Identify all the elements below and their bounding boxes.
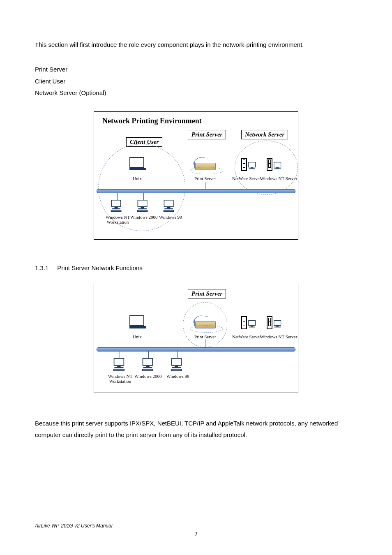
netware-tower-icon: [241, 158, 247, 171]
section-heading: 1.3.1 Print Server Network Functions: [35, 264, 357, 271]
caption-winnt-server: Windows NT Server: [260, 176, 297, 181]
print-server-device-icon: [195, 321, 219, 328]
label-network-server: Network Server: [241, 130, 288, 139]
caption-print-server-device: Print Server: [194, 334, 216, 339]
section-number: 1.3.1: [35, 264, 55, 271]
caption-winnt-server: Windows NT Server: [260, 334, 297, 339]
caption-win98: Windows 98: [159, 215, 182, 220]
connector-line: [143, 193, 144, 200]
connector-line: [117, 193, 118, 200]
caption-win98: Windows 98: [166, 374, 189, 379]
connector-line: [137, 339, 137, 347]
caption-win2000: Windows 2000: [134, 374, 161, 379]
label-print-server: Print Server: [188, 289, 226, 298]
figure-print-server-functions: Print Server Unix Print Server NetWare S…: [94, 283, 298, 393]
caption-netware: NetWare Server: [232, 176, 261, 181]
caption-unix: Unix: [133, 334, 142, 339]
client-winnt-ws-icon: [111, 200, 122, 212]
connector-line: [205, 182, 205, 189]
network-bus: [97, 189, 295, 193]
print-server-device-icon: [195, 163, 219, 170]
connector-line: [137, 182, 137, 188]
netware-monitor-icon: [248, 320, 256, 327]
section-title: Print Server Network Functions: [57, 264, 143, 271]
unix-terminal-icon: [129, 315, 143, 328]
netware-tower-icon: [241, 316, 247, 329]
client-win2000-icon: [142, 358, 154, 371]
caption-unix: Unix: [133, 176, 142, 181]
intro-text: This section will first introduce the ro…: [35, 41, 357, 48]
label-print-server: Print Server: [188, 130, 226, 139]
network-bus: [97, 347, 295, 352]
caption-winnt-ws: Windows NT Workstation: [106, 215, 130, 224]
winnt-tower-icon: [267, 316, 272, 329]
caption-netware: NetWare Server: [232, 334, 261, 339]
footer-text: AirLive WP-201G v2 User's Manual: [35, 523, 112, 529]
connector-line: [120, 352, 120, 358]
caption-winnt-ws: Windows NT Workstation: [108, 374, 132, 384]
client-win98-icon: [163, 200, 174, 212]
winnt-monitor-icon: [273, 162, 281, 169]
caption-win2000: Windows 2000: [130, 215, 157, 220]
winnt-tower-icon: [267, 158, 272, 171]
client-win2000-icon: [137, 200, 148, 212]
unix-terminal-icon: [129, 157, 143, 170]
client-win98-icon: [171, 358, 182, 371]
list-item: Network Server (Optional): [35, 87, 357, 99]
page-number: 2: [0, 531, 392, 538]
figure-network-printing-environment: Network Printing Environment Client User…: [94, 111, 298, 240]
connector-line: [177, 352, 178, 358]
list-item: Print Server: [35, 64, 357, 76]
component-list: Print Server Client User Network Server …: [35, 64, 357, 99]
winnt-monitor-icon: [273, 320, 281, 327]
client-winnt-ws-icon: [113, 358, 125, 371]
connector-line: [205, 339, 205, 347]
connector-line: [148, 352, 149, 358]
body-paragraph: Because this print server supports IPX/S…: [35, 418, 357, 441]
list-item: Client User: [35, 76, 357, 88]
netware-monitor-icon: [248, 162, 256, 169]
connector-line: [170, 193, 170, 200]
caption-print-server-device: Print Server: [194, 176, 216, 181]
figure-title: Network Printing Environment: [102, 117, 202, 125]
